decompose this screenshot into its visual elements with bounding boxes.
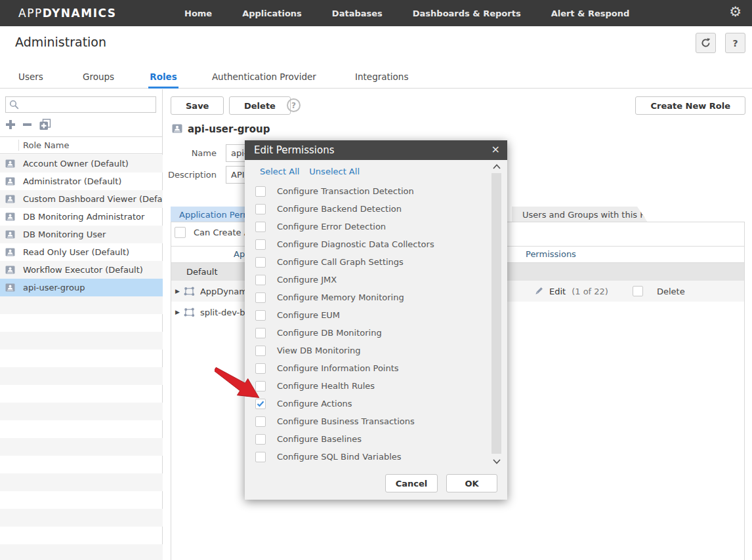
permission-item[interactable]: Configure Call Graph Settings (255, 253, 488, 271)
settings-gear-icon[interactable]: ⚙ (729, 5, 742, 19)
nav-item-applications[interactable]: Applications (242, 9, 302, 18)
permission-item[interactable]: Configure Information Points (255, 359, 488, 377)
copy-role-button[interactable] (39, 119, 52, 130)
scroll-down-icon[interactable] (491, 457, 502, 466)
empty-row (0, 296, 163, 314)
permission-item[interactable]: Configure Diagnostic Data Collectors (255, 235, 488, 253)
permission-checkbox[interactable] (255, 222, 266, 232)
remove-role-button[interactable] (22, 119, 32, 130)
role-list-item[interactable]: Workflow Executor (Default) (0, 261, 163, 279)
modal-title: Edit Permissions (254, 144, 335, 156)
role-list-item[interactable]: Administrator (Default) (0, 172, 163, 190)
permission-checkbox[interactable] (255, 275, 266, 285)
scroll-up-icon[interactable] (491, 162, 502, 171)
permission-checkbox[interactable] (255, 239, 266, 250)
nav-item-alert-respond[interactable]: Alert & Respond (551, 9, 630, 18)
add-role-button[interactable] (5, 119, 16, 130)
permission-checkbox[interactable] (255, 434, 266, 445)
sidebar-toolbar (5, 117, 52, 132)
empty-row (0, 385, 163, 403)
appdynamics-logo[interactable]: APPDYNAMICS (18, 7, 117, 20)
edit-pencil-icon[interactable] (534, 287, 543, 296)
can-create-applications-checkbox[interactable] (175, 227, 186, 238)
role-list-item[interactable]: Account Owner (Default) (0, 155, 163, 172)
role-heading-title: api-user-group (188, 123, 270, 135)
create-new-role-button[interactable]: Create New Role (635, 96, 745, 115)
refresh-button[interactable] (696, 33, 716, 53)
empty-row (0, 314, 163, 332)
permission-item[interactable]: Configure Health Rules (255, 377, 488, 395)
permission-item[interactable]: Configure JMX (255, 271, 488, 289)
tab-authentication-provider[interactable]: Authentication Provider (211, 68, 318, 89)
tab-roles[interactable]: Roles (148, 68, 178, 89)
nav-item-databases[interactable]: Databases (332, 9, 383, 18)
permission-checkbox[interactable] (255, 204, 266, 214)
permission-checkbox-checked[interactable] (255, 399, 266, 409)
tab-integrations[interactable]: Integrations (354, 68, 409, 89)
role-badge-icon (172, 124, 182, 135)
empty-row (0, 403, 163, 420)
checkmark-icon (257, 401, 264, 407)
ok-button[interactable]: OK (446, 474, 497, 492)
empty-row (0, 491, 163, 509)
permission-label: Configure Information Points (277, 363, 399, 373)
question-mark-icon: ? (732, 38, 738, 49)
cancel-button[interactable]: Cancel (385, 474, 438, 492)
plus-icon (5, 119, 16, 130)
role-list-item[interactable]: Custom Dashboard Viewer (Default) (0, 190, 163, 208)
save-button[interactable]: Save (171, 96, 224, 115)
permission-checkbox[interactable] (255, 381, 266, 391)
role-badge-icon (5, 266, 15, 274)
tab-users[interactable]: Users (17, 68, 45, 89)
permission-checkbox[interactable] (255, 452, 266, 462)
scrollbar-thumb[interactable] (491, 173, 501, 454)
permission-item[interactable]: View DB Monitoring (255, 342, 488, 359)
permission-item[interactable]: Configure Backend Detection (255, 200, 488, 218)
permission-checkbox[interactable] (255, 310, 266, 321)
edit-permissions-link[interactable]: Edit (549, 287, 566, 296)
permission-item[interactable]: Configure Business Transactions (255, 412, 488, 430)
empty-row (0, 350, 163, 367)
permission-checkbox[interactable] (255, 363, 266, 374)
permission-label: Configure DB Monitoring (277, 328, 382, 338)
expand-triangle-icon[interactable]: ▶ (175, 288, 180, 294)
empty-row (0, 473, 163, 491)
permission-checkbox[interactable] (255, 328, 266, 338)
delete-permission-label: Delete (657, 287, 685, 296)
nav-item-home[interactable]: Home (184, 9, 212, 18)
nav-item-dashboards-reports[interactable]: Dashboards & Reports (413, 9, 521, 18)
delete-permission-checkbox[interactable] (633, 286, 643, 296)
permission-item[interactable]: Configure Transaction Detection (255, 182, 488, 200)
description-label: Description (163, 170, 217, 180)
tab-users-groups-with-role[interactable]: Users and Groups with this Role (512, 207, 648, 222)
unselect-all-link[interactable]: Unselect All (309, 167, 360, 176)
permission-item[interactable]: Configure Actions (255, 395, 488, 412)
delete-button[interactable]: Delete (229, 96, 291, 115)
permission-item[interactable]: Configure SQL Bind Variables (255, 448, 488, 466)
role-list-item[interactable]: DB Monitoring Administrator (0, 208, 163, 226)
permission-item[interactable]: Configure EUM (255, 306, 488, 324)
close-icon[interactable]: × (491, 143, 500, 155)
role-list-item[interactable]: api-user-group (0, 279, 163, 296)
role-list-item[interactable]: DB Monitoring User (0, 226, 163, 243)
permission-checkbox[interactable] (255, 257, 266, 268)
permission-item[interactable]: Configure Error Detection (255, 218, 488, 235)
permission-item[interactable]: Configure DB Monitoring (255, 324, 488, 342)
expand-triangle-icon[interactable]: ▶ (175, 309, 180, 315)
permission-checkbox[interactable] (255, 292, 266, 303)
role-list-item[interactable]: Read Only User (Default) (0, 243, 163, 261)
permission-checkbox[interactable] (255, 186, 266, 197)
permission-checkbox[interactable] (255, 346, 266, 356)
role-search-input[interactable] (19, 97, 156, 112)
help-button[interactable]: ? (725, 33, 745, 53)
select-all-link[interactable]: Select All (260, 167, 299, 176)
tab-groups[interactable]: Groups (81, 68, 115, 89)
name-label: Name (163, 148, 217, 158)
permission-label: Configure Error Detection (277, 222, 386, 231)
permission-item[interactable]: Configure Memory Monitoring (255, 289, 488, 306)
permission-item[interactable]: Configure Baselines (255, 430, 488, 448)
context-help-icon[interactable]: ? (287, 98, 301, 112)
default-group-label: Default (186, 267, 218, 277)
page-title: Administration (15, 35, 106, 49)
permission-checkbox[interactable] (255, 416, 266, 427)
